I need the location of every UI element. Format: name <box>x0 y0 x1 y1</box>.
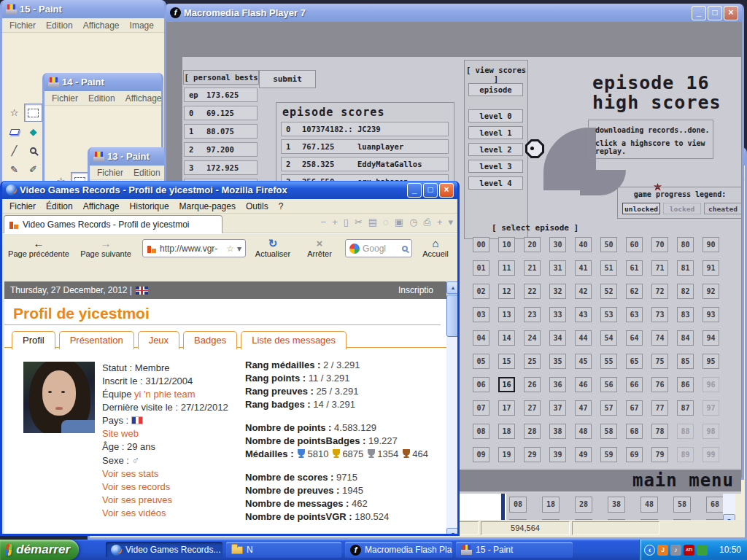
tab-liste-des-messages[interactable]: Liste des messages <box>241 331 347 349</box>
menu-item-historique[interactable]: Historique <box>125 201 174 211</box>
minimize-button[interactable]: _ <box>407 183 422 198</box>
dropdown-icon[interactable]: ▾ <box>448 217 453 228</box>
episode-cell-51[interactable]: 51 <box>600 260 617 276</box>
firefox-titlebar[interactable]: Video Games Records - Profil de yicestmo… <box>2 181 457 199</box>
episode-cell-30[interactable]: 30 <box>549 237 566 252</box>
inscription-link[interactable]: Inscriptio <box>398 285 446 295</box>
refresh-button[interactable]: ↻ Actualiser <box>249 236 297 262</box>
print-icon[interactable]: ⎙ <box>423 217 430 228</box>
episode-cell-40[interactable]: 40 <box>575 237 592 252</box>
episode-cell-70[interactable]: 70 <box>651 237 668 252</box>
paint15-titlebar[interactable]: 15 - Paint <box>2 0 164 18</box>
episode-cell-11[interactable]: 11 <box>498 260 515 276</box>
view-scores-episode-button[interactable]: episode <box>468 83 523 96</box>
episode-cell-57[interactable]: 57 <box>600 400 617 416</box>
taskbar-item-firefox[interactable]: Video Games Records... <box>106 542 222 558</box>
episode-cell-14[interactable]: 14 <box>498 330 515 346</box>
view-scores-level-2-button[interactable]: level 2 <box>468 143 523 156</box>
menu-item-affichage[interactable]: Affichage <box>78 20 125 31</box>
episode-cell-77[interactable]: 77 <box>651 400 668 416</box>
highscore-row[interactable]: 0107374182.:JC239 <box>281 122 449 136</box>
episode-cell-52[interactable]: 52 <box>600 284 617 299</box>
flash-titlebar[interactable]: f Macromedia Flash Player 7 _ □ × <box>166 4 742 22</box>
episode-cell-48[interactable]: 48 <box>575 424 592 439</box>
episode-cell-13[interactable]: 13 <box>498 307 515 322</box>
address-bar[interactable]: http://www.vgr- ☆ ▾ <box>142 239 246 257</box>
episode-cell-99[interactable]: 99 <box>703 447 719 462</box>
episode-cell-32[interactable]: 32 <box>549 284 566 299</box>
home-button[interactable]: ⌂ Accueil <box>417 236 454 262</box>
tab-badges[interactable]: Badges <box>183 331 237 349</box>
stop-button[interactable]: × Arrêter <box>300 236 339 262</box>
episode-cell-68[interactable]: 68 <box>626 424 643 439</box>
history-icon[interactable]: ◷ <box>409 217 417 228</box>
episode-cell-72[interactable]: 72 <box>651 284 668 299</box>
menu-item-affichage[interactable]: Affichage <box>78 201 125 211</box>
paste-icon[interactable]: ▯ <box>344 217 349 228</box>
episode-cell-84[interactable]: 84 <box>677 330 694 346</box>
episode-cell-67[interactable]: 67 <box>626 400 643 416</box>
hide-tray-icon[interactable]: ‹ <box>644 545 655 556</box>
episode-cell-18[interactable]: 18 <box>498 424 515 439</box>
minus-icon[interactable]: − <box>321 217 327 228</box>
episode-cell-01[interactable]: 01 <box>473 260 489 276</box>
episode-cell-65[interactable]: 65 <box>626 354 643 369</box>
select-tool[interactable] <box>24 104 42 122</box>
menu-item-image[interactable]: Image <box>125 20 159 31</box>
episode-cell-71[interactable]: 71 <box>651 260 668 276</box>
menu-item-?[interactable]: ? <box>274 201 289 211</box>
episode-cell-28[interactable]: 28 <box>524 424 541 439</box>
episode-cell-54[interactable]: 54 <box>600 330 617 346</box>
episode-cell-46[interactable]: 46 <box>575 377 592 392</box>
close-button[interactable]: × <box>724 6 738 20</box>
episode-cell-59[interactable]: 59 <box>600 447 617 462</box>
episode-cell-62[interactable]: 62 <box>626 284 643 299</box>
episode-cell-79[interactable]: 79 <box>651 447 668 462</box>
episode-cell-35[interactable]: 35 <box>549 354 566 369</box>
page-vscrollbar-thumb[interactable] <box>446 295 457 337</box>
url-dropdown-icon[interactable]: ▾ <box>237 244 241 254</box>
ati-icon[interactable]: ATI <box>684 545 694 556</box>
menu-item-outils[interactable]: Outils <box>241 201 274 211</box>
menu-item-marquepages[interactable]: Marque-pages <box>174 201 241 211</box>
java-icon[interactable]: J <box>657 545 668 556</box>
menu-item-edition[interactable]: Edition <box>83 93 120 104</box>
profile-link-voir-ses-preuves[interactable]: Voir ses preuves <box>102 494 228 507</box>
tab-profil[interactable]: Profil <box>12 331 55 349</box>
menu-item-fichier[interactable]: Fichier <box>4 20 41 31</box>
episode-cell-39[interactable]: 39 <box>549 447 566 462</box>
episode-cell-80[interactable]: 80 <box>677 237 694 252</box>
tab-présentation[interactable]: Présentation <box>59 331 134 349</box>
episode-cell-05[interactable]: 05 <box>473 354 489 369</box>
bookmark-star-icon[interactable]: ☆ <box>226 244 234 254</box>
episode-cell-41[interactable]: 41 <box>575 260 592 276</box>
taskbar-item-flash[interactable]: fMacromedia Flash Pla... <box>345 542 452 558</box>
episode-cell-36[interactable]: 36 <box>549 377 566 392</box>
menu-item-fichier[interactable]: Fichier <box>92 168 128 178</box>
episode-cell-27[interactable]: 27 <box>524 400 541 416</box>
episode-cell-55[interactable]: 55 <box>600 354 617 369</box>
maximize-button[interactable]: □ <box>423 183 438 198</box>
profile-link-voir-ses-stats[interactable]: Voir ses stats <box>102 467 228 481</box>
episode-cell-31[interactable]: 31 <box>549 260 566 276</box>
color-picker-tool[interactable]: ╱ <box>5 141 23 160</box>
episode-cell-06[interactable]: 06 <box>473 377 489 392</box>
episode-cell-10[interactable]: 10 <box>498 237 515 252</box>
episode-cell-12[interactable]: 12 <box>498 284 515 299</box>
episode-cell-53[interactable]: 53 <box>600 307 617 322</box>
cut-icon[interactable]: ✂ <box>355 217 363 228</box>
view-scores-level-3-button[interactable]: level 3 <box>468 160 523 173</box>
forward-button[interactable]: → Page suivante <box>74 236 138 262</box>
episode-cell-83[interactable]: 83 <box>677 307 694 322</box>
episode-cell-95[interactable]: 95 <box>703 354 719 369</box>
episode-cell-90[interactable]: 90 <box>703 237 719 252</box>
pencil-tool[interactable]: ✎ <box>5 160 23 179</box>
episode-cell-96[interactable]: 96 <box>703 377 719 392</box>
uk-flag-icon[interactable] <box>136 287 148 295</box>
episode-cell-89[interactable]: 89 <box>677 447 694 462</box>
episode-cell-43[interactable]: 43 <box>575 307 592 322</box>
episode-cell-29[interactable]: 29 <box>524 447 541 462</box>
episode-cell-63[interactable]: 63 <box>626 307 643 322</box>
highscore-row[interactable]: 1767.125luanplayer <box>281 139 449 154</box>
menu-item-edition[interactable]: Edition <box>41 20 78 31</box>
